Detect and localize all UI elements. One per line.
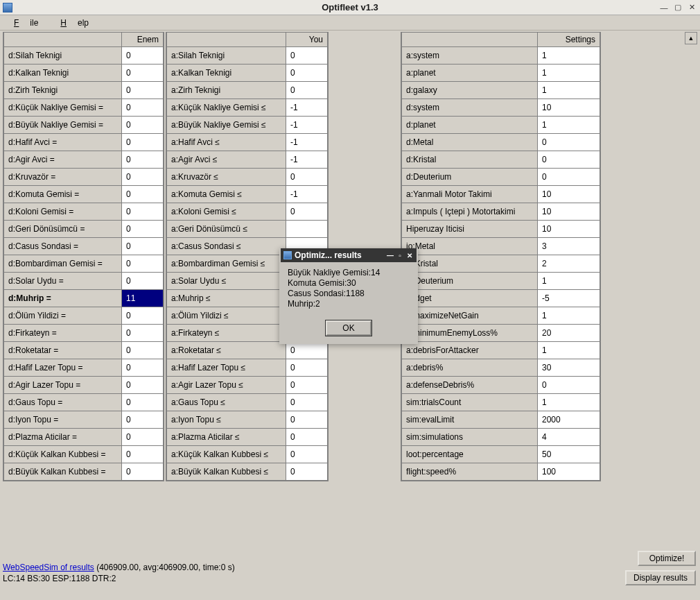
table-row[interactable]: a:Hafif Avci ≤-1 <box>167 134 328 151</box>
table-row[interactable]: a:Zirh Teknigi0 <box>167 82 328 99</box>
row-value[interactable]: 1 <box>538 47 600 65</box>
row-value[interactable]: 0 <box>286 429 328 446</box>
row-value[interactable]: 0 <box>286 342 328 359</box>
close-icon[interactable]: ✕ <box>686 3 697 12</box>
table-row[interactable]: sim:evalLimit2000 <box>402 411 600 429</box>
table-row[interactable]: d:Muhrip =11 <box>4 290 164 307</box>
row-value[interactable]: 4 <box>538 429 600 446</box>
row-value[interactable]: -1 <box>286 117 328 134</box>
row-value[interactable]: 0 <box>122 186 164 203</box>
table-row[interactable]: d:galaxy1 <box>402 82 600 99</box>
row-value[interactable]: 0 <box>286 359 328 377</box>
row-value[interactable]: 0 <box>538 377 600 394</box>
table-row[interactable]: a:debris%30 <box>402 359 600 377</box>
table-row[interactable]: a:Agir Lazer Topu ≤0 <box>167 377 328 394</box>
table-row[interactable]: a:Komuta Gemisi ≤-1 <box>167 186 328 203</box>
table-row[interactable]: a:Küçük Kalkan Kubbesi ≤0 <box>167 446 328 463</box>
row-value[interactable]: 0 <box>122 255 164 273</box>
row-value[interactable]: 2 <box>538 255 600 273</box>
table-row[interactable]: d:Firkateyn =0 <box>4 325 164 342</box>
table-row[interactable]: a:Impuls ( Içtepi ) Motortakimi10 <box>402 203 600 221</box>
table-row[interactable]: d:Plazma Aticilar =0 <box>4 429 164 446</box>
table-row[interactable]: a:Hafif Lazer Topu ≤0 <box>167 359 328 377</box>
row-value[interactable]: 0 <box>122 359 164 377</box>
row-value[interactable]: -1 <box>286 186 328 203</box>
dialog-minimize-icon[interactable]: — <box>386 251 394 259</box>
row-value[interactable]: -1 <box>286 151 328 169</box>
row-value[interactable]: 1 <box>538 65 600 82</box>
table-row[interactable]: d:Agir Avci =0 <box>4 151 164 169</box>
table-row[interactable]: a:minimumEnemyLoss%20 <box>402 325 600 342</box>
table-row[interactable]: a:Büyük Nakliye Gemisi ≤-1 <box>167 117 328 134</box>
row-value[interactable]: 0 <box>122 429 164 446</box>
row-value[interactable]: 30 <box>538 359 600 377</box>
table-row[interactable]: io:Metal3 <box>402 238 600 255</box>
table-row[interactable]: d:Kruvazör =0 <box>4 169 164 186</box>
table-row[interactable]: d:Agir Lazer Topu =0 <box>4 377 164 394</box>
row-value[interactable]: 0 <box>122 82 164 99</box>
dialog-maximize-icon[interactable]: ▫ <box>396 251 404 259</box>
table-row[interactable]: d:Ölüm Yildizi =0 <box>4 307 164 325</box>
row-value[interactable]: 20 <box>538 325 600 342</box>
table-row[interactable]: d:Silah Teknigi0 <box>4 47 164 65</box>
table-row[interactable]: io:Deuterium1 <box>402 273 600 290</box>
settings-table[interactable]: Settingsa:system1a:planet1d:galaxy1d:sys… <box>401 32 601 481</box>
table-row[interactable]: d:Küçük Kalkan Kubbesi =0 <box>4 446 164 463</box>
row-value[interactable]: 0 <box>122 221 164 238</box>
table-row[interactable]: a:Iyon Topu ≤0 <box>167 411 328 429</box>
row-value[interactable]: 0 <box>122 134 164 151</box>
table-row[interactable]: a:Koloni Gemisi ≤0 <box>167 203 328 221</box>
row-value[interactable]: 10 <box>538 99 600 117</box>
row-value[interactable]: 0 <box>122 99 164 117</box>
table-row[interactable]: d:Hafif Lazer Topu =0 <box>4 359 164 377</box>
row-value[interactable]: 0 <box>286 411 328 429</box>
table-row[interactable]: a:Kalkan Teknigi0 <box>167 65 328 82</box>
table-row[interactable]: d:Büyük Nakliye Gemisi =0 <box>4 117 164 134</box>
row-value[interactable]: 10 <box>538 203 600 221</box>
table-row[interactable]: a:Küçük Nakliye Gemisi ≤-1 <box>167 99 328 117</box>
row-value[interactable]: 0 <box>286 463 328 481</box>
row-value[interactable]: 0 <box>538 169 600 186</box>
table-row[interactable]: a:system1 <box>402 47 600 65</box>
table-row[interactable]: d:Hafif Avci =0 <box>4 134 164 151</box>
row-value[interactable]: 0 <box>286 65 328 82</box>
menu-file[interactable]: File <box>3 17 49 29</box>
row-value[interactable]: 10 <box>538 221 600 238</box>
row-value[interactable]: 0 <box>122 169 164 186</box>
menu-help[interactable]: Help <box>49 17 100 29</box>
row-value[interactable]: 0 <box>122 117 164 134</box>
dialog-ok-button[interactable]: OK <box>326 320 371 336</box>
table-row[interactable]: a:Plazma Aticilar ≤0 <box>167 429 328 446</box>
table-row[interactable]: d:Bombardiman Gemisi =0 <box>4 255 164 273</box>
row-value[interactable]: 1 <box>538 117 600 134</box>
row-value[interactable]: 0 <box>286 377 328 394</box>
table-row[interactable]: Hiperuzay Iticisi10 <box>402 221 600 238</box>
row-value[interactable]: 50 <box>538 446 600 463</box>
table-row[interactable]: a:Agir Avci ≤-1 <box>167 151 328 169</box>
row-value[interactable]: 0 <box>538 151 600 169</box>
row-value[interactable]: 1 <box>538 273 600 290</box>
row-value[interactable]: 0 <box>122 307 164 325</box>
table-row[interactable]: d:Casus Sondasi =0 <box>4 238 164 255</box>
table-row[interactable]: d:Deuterium0 <box>402 169 600 186</box>
table-row[interactable]: loot:percentage50 <box>402 446 600 463</box>
table-row[interactable]: d:Koloni Gemisi =0 <box>4 203 164 221</box>
table-row[interactable]: d:Iyon Topu =0 <box>4 411 164 429</box>
row-value[interactable]: 0 <box>286 394 328 411</box>
webspeedsim-link[interactable]: WebSpeedSim of results <box>3 563 94 572</box>
row-value[interactable]: 0 <box>122 394 164 411</box>
row-value[interactable]: 11 <box>122 290 164 307</box>
table-row[interactable]: d:Kalkan Teknigi0 <box>4 65 164 82</box>
row-value[interactable]: 0 <box>122 463 164 481</box>
table-row[interactable]: d:Metal0 <box>402 134 600 151</box>
table-row[interactable]: budget-5 <box>402 290 600 307</box>
table-row[interactable]: a:Geri Dönüsümcü ≤ <box>167 221 328 238</box>
table-row[interactable]: d:Geri Dönüsümcü =0 <box>4 221 164 238</box>
row-value[interactable]: 1 <box>538 394 600 411</box>
table-row[interactable]: flight:speed%100 <box>402 463 600 481</box>
row-value[interactable]: 0 <box>122 411 164 429</box>
scroll-up-icon[interactable]: ▲ <box>685 32 697 44</box>
row-value[interactable]: 0 <box>122 203 164 221</box>
row-value[interactable]: 0 <box>122 342 164 359</box>
table-row[interactable]: a:maximizeNetGain1 <box>402 307 600 325</box>
